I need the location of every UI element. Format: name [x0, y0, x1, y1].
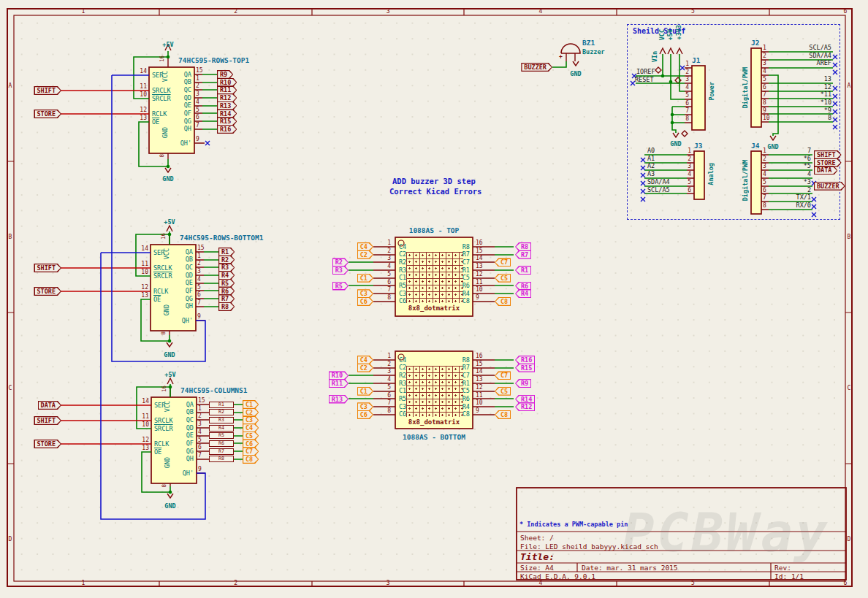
no-connect-icon — [640, 160, 646, 166]
no-connect-icon — [832, 64, 838, 70]
power-gnd-label: GND — [159, 351, 180, 359]
title-field-label: Title: — [520, 551, 555, 562]
net-label[interactable]: R11 — [329, 379, 349, 388]
hier-label-store[interactable]: STORE — [34, 287, 61, 296]
net-label[interactable]: C6 — [357, 297, 373, 306]
pin-number-gnd: 8 — [160, 331, 167, 335]
no-connect-icon — [832, 112, 838, 118]
connector-name: Analog — [707, 163, 715, 185]
buzzer-value: Buzzer — [582, 48, 605, 55]
connector-reference: J3 — [694, 142, 702, 150]
net-label[interactable]: R3 — [332, 266, 349, 275]
power-gnd-label: GND — [159, 502, 181, 510]
no-connect-icon — [832, 49, 838, 55]
net-label[interactable]: R13 — [329, 395, 349, 404]
net-label[interactable]: R8 — [218, 302, 235, 311]
net-label[interactable]: C6 — [357, 410, 373, 419]
rail-3v3-label: +3V3 — [675, 25, 682, 39]
resistor[interactable]: R8 — [209, 456, 234, 462]
app-version-field: KiCad E.D.A. 9.0.1 — [520, 572, 595, 580]
net-reset[interactable]: RESET — [635, 76, 654, 83]
connector-name: Power — [708, 82, 715, 101]
title-block-frame — [517, 488, 846, 580]
id-field: Id: 1/1 — [774, 572, 804, 580]
net-label[interactable]: C7 — [495, 258, 511, 267]
ic-reference: 74HC595-ROWS-TOP1 — [178, 56, 249, 64]
hier-label-shift[interactable]: SHIFT — [34, 416, 61, 425]
hier-label-data[interactable]: DATA — [38, 401, 61, 410]
power-plus5v-label: +5V — [159, 218, 180, 226]
net-label[interactable]: C7 — [495, 371, 511, 380]
matrix-value: 8x8_dotmatrix — [395, 418, 473, 426]
net-label[interactable]: R9 — [515, 379, 531, 388]
net-label[interactable]: R15 — [515, 364, 535, 372]
hier-label-shift[interactable]: SHIFT — [34, 86, 61, 95]
power-gnd-label: GND — [157, 175, 179, 183]
connector-name: Digital/PWM — [742, 67, 749, 108]
net-label[interactable]: C5 — [495, 387, 511, 396]
no-connect-icon — [811, 207, 817, 212]
net-label[interactable]: C8 — [495, 297, 511, 306]
buzzer-dome — [561, 44, 580, 53]
resistor[interactable]: R5 — [209, 432, 234, 439]
no-connect-icon — [640, 152, 646, 158]
hier-label[interactable]: BUZZER — [814, 182, 845, 191]
j1-gnd-label: GND — [664, 140, 688, 147]
net-label[interactable]: C1 — [357, 387, 373, 396]
hier-label[interactable]: DATA — [814, 166, 837, 175]
net-label[interactable]: C8 — [495, 410, 511, 419]
no-connect-icon — [832, 119, 838, 125]
size-field: Size: A4 — [520, 564, 554, 572]
pin-number-vcc: 16 — [159, 55, 165, 62]
resistor[interactable]: R3 — [209, 417, 234, 423]
net-label[interactable]: C2 — [357, 364, 373, 372]
net-label[interactable]: R16 — [217, 125, 237, 134]
rail-vin-label: VIn — [651, 51, 658, 62]
hier-label-shift[interactable]: SHIFT — [34, 264, 61, 272]
resistor[interactable]: R4 — [209, 425, 234, 432]
buzzer-gnd-label: GND — [564, 70, 587, 77]
matrix-reference: 1088AS - TOP — [395, 226, 473, 234]
hier-label-buzzer[interactable]: BUZZER — [521, 63, 552, 72]
matrix-value: 8x8_dotmatrix — [395, 304, 473, 312]
no-connect-icon — [832, 88, 838, 94]
no-connect-icon — [811, 175, 817, 181]
resistor[interactable]: R6 — [209, 440, 234, 447]
pin-number-gnd: 8 — [161, 484, 167, 488]
no-connect-icon — [832, 57, 838, 63]
no-connect-icon — [640, 175, 646, 181]
kicad-schematic-canvas[interactable]: PCBWay 123456 123456 ABCD ABCD ADD buzze… — [0, 0, 868, 598]
net-label[interactable]: R4 — [515, 289, 531, 298]
note-correct-errors[interactable]: Correct Kicad Errors — [389, 187, 481, 196]
note-add-buzzer[interactable]: ADD buzzer 3D step — [392, 177, 476, 185]
no-connect-icon — [640, 183, 646, 189]
net-label[interactable]: R7 — [515, 250, 531, 259]
net-label[interactable]: C5 — [495, 274, 511, 283]
connector-reference: J4 — [751, 142, 759, 150]
power-plus5v-label: +5V — [159, 371, 181, 378]
net-label[interactable]: R12 — [515, 402, 535, 411]
pin-number-gnd: 8 — [159, 154, 165, 158]
pwm-note: * Indicates a PWM-capable pin — [519, 521, 628, 528]
no-connect-marks — [205, 66, 685, 145]
rail-vcc-label: VCC — [658, 29, 666, 40]
net-label[interactable]: R1 — [515, 266, 531, 275]
rail-5v-label: +5V — [666, 29, 674, 40]
resistor[interactable]: R7 — [209, 448, 234, 455]
wires-red — [61, 91, 151, 444]
net-label[interactable]: C8 — [243, 455, 259, 464]
connector-name: Digital/PWM — [742, 160, 749, 201]
no-connect-icon — [640, 167, 646, 173]
pin-number-vcc: 16 — [161, 386, 167, 392]
net-label[interactable]: C2 — [357, 250, 373, 259]
hier-label-store[interactable]: STORE — [34, 440, 61, 448]
no-connect-icon — [832, 96, 838, 101]
ic-reference: 74HC595-ROWS-BOTTOM1 — [180, 234, 263, 242]
resistor[interactable]: R2 — [209, 409, 234, 415]
resistor[interactable]: R1 — [209, 402, 234, 408]
net-ioref[interactable]: IOREF — [636, 68, 655, 75]
buzzer-reference: BZ1 — [582, 39, 595, 47]
net-label[interactable]: C1 — [357, 274, 373, 283]
hier-label-store[interactable]: STORE — [34, 110, 61, 118]
net-label[interactable]: R5 — [332, 282, 349, 291]
